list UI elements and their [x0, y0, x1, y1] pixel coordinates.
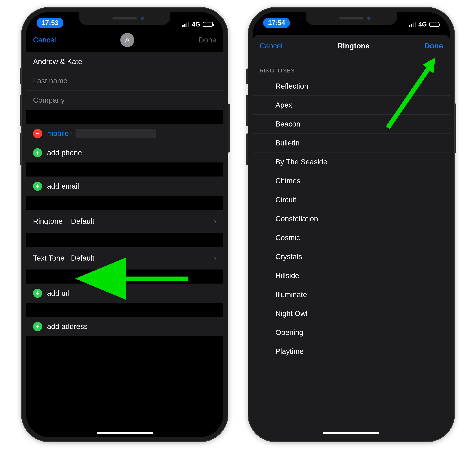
phone-right: 17:54 4G Cancel Ringtone Done RINGTONES … [248, 7, 455, 442]
add-address-row[interactable]: + add address [26, 317, 223, 336]
home-indicator[interactable] [97, 432, 153, 434]
notch [306, 12, 397, 25]
first-name-field[interactable] [26, 52, 223, 71]
company-field[interactable] [26, 90, 223, 110]
signal-icon [182, 22, 189, 27]
plus-icon[interactable]: + [33, 182, 42, 191]
add-address-label: add address [47, 322, 88, 331]
ringtone-item[interactable]: Night Owl [253, 304, 450, 323]
done-button[interactable]: Done [425, 42, 443, 50]
phone-type-label[interactable]: mobile [47, 129, 69, 138]
ringtone-nav: Cancel Ringtone Done [253, 35, 450, 55]
ringtone-item[interactable]: Constellation [253, 209, 450, 228]
edit-contact-nav: Cancel A Done [26, 30, 223, 52]
ringtone-item[interactable]: Chimes [253, 172, 450, 190]
notch [79, 12, 170, 25]
ringtone-item[interactable]: Opening [253, 323, 450, 342]
signal-icon [409, 22, 416, 27]
minus-icon[interactable]: − [33, 129, 42, 138]
texttone-value: Default [71, 254, 94, 262]
network-label: 4G [418, 21, 427, 28]
avatar[interactable]: A [120, 33, 134, 47]
plus-icon[interactable]: + [33, 148, 42, 157]
last-name-input[interactable] [33, 77, 216, 85]
ringtone-item[interactable]: Bulletin [253, 133, 450, 152]
ringtone-row[interactable]: Ringtone Default › [26, 210, 223, 233]
add-email-label: add email [47, 182, 79, 190]
first-name-input[interactable] [33, 57, 216, 66]
add-phone-label: add phone [47, 149, 82, 157]
cancel-button[interactable]: Cancel [260, 42, 283, 50]
ringtone-item[interactable]: Circuit [253, 190, 450, 209]
status-time: 17:53 [36, 18, 63, 28]
add-url-label: add url [47, 289, 69, 297]
phone-left: 17:53 4G Cancel A Done [21, 7, 228, 442]
svg-marker-2 [110, 272, 124, 285]
texttone-row[interactable]: Text Tone Default › [26, 247, 223, 270]
company-input[interactable] [33, 96, 216, 104]
cancel-button[interactable]: Cancel [33, 36, 56, 44]
ringtone-item[interactable]: Cosmic [253, 228, 450, 247]
chevron-right-icon: › [214, 254, 216, 262]
add-email-row[interactable]: + add email [26, 177, 223, 196]
chevron-right-icon: › [70, 130, 72, 137]
annotation-arrow-left [110, 270, 191, 288]
status-time: 17:54 [263, 18, 290, 28]
ringtone-item[interactable]: By The Seaside [253, 152, 450, 172]
network-label: 4G [192, 21, 200, 28]
chevron-right-icon: › [214, 217, 216, 226]
plus-icon[interactable]: + [33, 289, 42, 298]
phone-number-redacted[interactable] [76, 129, 156, 139]
phone-entry-row[interactable]: − mobile › [26, 124, 223, 143]
ringtone-item[interactable]: Crystals [253, 247, 450, 266]
add-phone-row[interactable]: + add phone [26, 143, 223, 163]
ringtone-value: Default [71, 217, 94, 225]
ringtone-label: Ringtone [33, 217, 68, 225]
nav-title: Ringtone [338, 42, 370, 50]
ringtone-item[interactable]: Playtime [253, 342, 450, 361]
ringtone-item[interactable]: Hillside [253, 266, 450, 285]
done-button[interactable]: Done [199, 36, 216, 44]
texttone-label: Text Tone [33, 254, 68, 262]
svg-line-4 [388, 66, 430, 128]
ringtone-item[interactable]: Illuminate [253, 285, 450, 304]
battery-icon [429, 22, 440, 27]
home-indicator[interactable] [323, 432, 379, 434]
plus-icon[interactable]: + [33, 322, 42, 331]
last-name-field[interactable] [26, 71, 223, 90]
annotation-arrow-right [381, 57, 444, 135]
battery-icon [203, 22, 213, 27]
